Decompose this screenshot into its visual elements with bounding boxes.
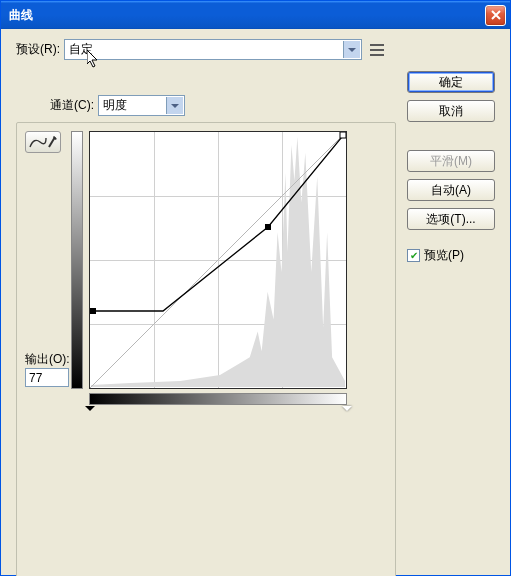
curve-canvas[interactable] bbox=[89, 131, 347, 389]
curve-tool-button[interactable] bbox=[25, 131, 61, 153]
preset-select[interactable]: 自定 bbox=[64, 39, 362, 60]
chevron-down-icon bbox=[166, 97, 183, 114]
curves-panel: 输出(O): 77 输入(I): 73 bbox=[16, 122, 396, 576]
auto-button[interactable]: 自动(A) bbox=[407, 179, 495, 201]
close-button[interactable] bbox=[485, 5, 506, 26]
output-gradient bbox=[71, 131, 83, 389]
output-group: 输出(O): 77 bbox=[25, 351, 70, 387]
svg-rect-3 bbox=[340, 132, 346, 138]
preset-menu-icon[interactable] bbox=[368, 43, 386, 57]
input-gradient bbox=[89, 393, 347, 405]
ok-button[interactable]: 确定 bbox=[407, 71, 495, 93]
tool-column bbox=[25, 131, 61, 153]
options-button[interactable]: 选项(T)... bbox=[407, 208, 495, 230]
window-title: 曲线 bbox=[9, 7, 485, 24]
black-point-slider[interactable] bbox=[85, 406, 95, 416]
titlebar[interactable]: 曲线 bbox=[1, 1, 510, 29]
preview-label: 预览(P) bbox=[424, 247, 464, 264]
preview-checkbox[interactable]: ✔ bbox=[407, 249, 420, 262]
dialog-body: 预设(R): 自定 确定 取消 平滑(M) 自动(A) 选项(T)... ✔ 预… bbox=[4, 29, 507, 572]
svg-line-0 bbox=[90, 132, 346, 388]
output-label: 输出(O): bbox=[25, 351, 70, 368]
smooth-button: 平滑(M) bbox=[407, 150, 495, 172]
channel-value: 明度 bbox=[103, 97, 127, 114]
curve-plot bbox=[90, 132, 346, 388]
channel-row: 通道(C): 明度 bbox=[16, 95, 396, 116]
preview-checkbox-row[interactable]: ✔ 预览(P) bbox=[407, 247, 495, 264]
output-field[interactable]: 77 bbox=[25, 368, 69, 387]
preset-label: 预设(R): bbox=[16, 41, 60, 58]
svg-rect-1 bbox=[90, 308, 96, 314]
white-point-slider[interactable] bbox=[342, 406, 352, 416]
preset-value: 自定 bbox=[69, 41, 93, 58]
cancel-button[interactable]: 取消 bbox=[407, 100, 495, 122]
curve-tool-icon bbox=[29, 135, 57, 149]
channel-label: 通道(C): bbox=[50, 97, 94, 114]
curves-dialog: 曲线 预设(R): 自定 确定 取消 平滑(M) bbox=[0, 0, 511, 576]
right-button-column: 确定 取消 平滑(M) 自动(A) 选项(T)... ✔ 预览(P) bbox=[407, 71, 495, 264]
svg-rect-2 bbox=[265, 224, 271, 230]
chevron-down-icon bbox=[343, 41, 360, 58]
close-icon bbox=[491, 10, 501, 20]
channel-select[interactable]: 明度 bbox=[98, 95, 185, 116]
main-area: 通道(C): 明度 bbox=[16, 95, 396, 576]
curve-area bbox=[71, 131, 361, 431]
preset-row: 预设(R): 自定 bbox=[16, 39, 388, 60]
